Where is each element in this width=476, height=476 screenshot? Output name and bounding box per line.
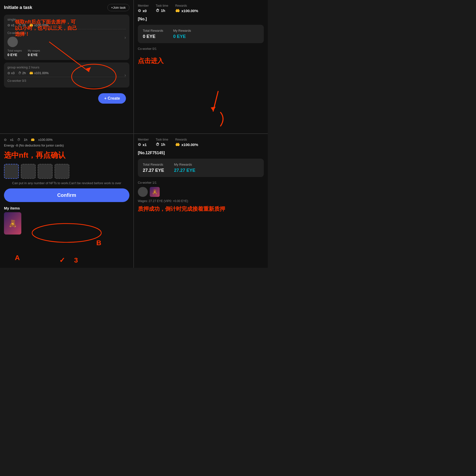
tasktime-icon: ⏱	[156, 8, 159, 13]
bl-hand-icon: 🤲	[31, 138, 35, 142]
top-left-panel: Initiate a task +Join task single ⊙ x1 ⏱…	[0, 0, 134, 134]
confirm-button[interactable]: Confirm	[4, 188, 129, 202]
tr-my-rewards-col: My Rewards 0 EYE	[173, 29, 191, 39]
br-avatar-nft: 🧸	[150, 187, 160, 197]
tr-rewards-card: Total Rewards 0 EYE My Rewards 0 EYE	[138, 25, 264, 43]
bl-clock-icon: ⏱	[17, 138, 20, 142]
card2-title: group working 2 hours	[7, 65, 126, 69]
br-success-annotation: 质押成功，倒计时完成接着重新质押	[138, 205, 264, 213]
br-tasktime-stat: Task time ⏱ 1h	[156, 138, 168, 147]
card1-divider	[7, 29, 126, 29]
card2-reward: 🤲 x101.00%	[29, 71, 49, 75]
br-member-stat: Member ⊙ x1	[138, 138, 149, 147]
br-rewards-card: Total Rewards 27.27 EYE My Rewards 27.27…	[138, 159, 264, 177]
bl-my-items-label: My items	[4, 206, 129, 210]
tr-stats-row: Member ⊙ x0 Task time ⏱ 1h Rewards	[138, 4, 264, 13]
tr-coworker: Co-worker 0/1	[138, 47, 264, 51]
tr-member-stat: Member ⊙ x0	[138, 4, 149, 13]
card1-total-wages: Total wages 0 EYE	[7, 49, 22, 57]
br-clock-icon: ⏱	[156, 142, 159, 147]
card2-chevron: ›	[124, 72, 126, 78]
create-button[interactable]: + Create	[98, 93, 126, 104]
card2-time: ⏱ 2h	[18, 71, 26, 75]
bottom-right-panel: Member ⊙ x1 Task time ⏱ 1h Rewards	[134, 134, 268, 268]
join-task-button[interactable]: +Join task	[107, 4, 129, 11]
card1-coworker: Co-worker 0/1	[7, 31, 126, 35]
bl-nft-grid	[4, 164, 129, 179]
tr-rewards-stat: Rewards 🤲 x100.00%	[175, 4, 198, 13]
tr-total-rewards-value: 0 EYE	[143, 34, 163, 39]
nft-slot-2[interactable]	[21, 164, 36, 179]
tl-header: Initiate a task +Join task	[4, 4, 129, 11]
person-icon: ⊙	[7, 23, 10, 27]
bl-person-icon: ⊙	[4, 138, 7, 142]
br-wages-text: Wages: 27.27 EYE (VIP0: +0.00 EYE)	[138, 199, 264, 203]
top-right-panel: Member ⊙ x0 Task time ⏱ 1h Rewards	[134, 0, 268, 134]
bottom-left-panel: ⊙ x1 ⏱ 1h 🤲 x100.00% Energy -8 (No deduc…	[0, 134, 134, 268]
br-member-icon: ⊙	[138, 142, 141, 147]
br-my-rewards-col: My Rewards 27.27 EYE	[174, 163, 195, 173]
card1-time: ⏱ 1h	[18, 23, 26, 27]
card2-meta: ⊙ x3 ⏱ 2h 🤲 x101.00%	[7, 71, 126, 75]
card2-divider	[7, 77, 126, 77]
card1-wages-row: Total wages 0 EYE My wages 0 EYE	[7, 49, 126, 57]
br-task-id: [No.12F75145]	[138, 151, 264, 155]
hand-icon-2: 🤲	[29, 71, 33, 75]
br-rewards-stat: Rewards 🤲 x100.00%	[175, 138, 198, 147]
card1-title: single	[7, 18, 126, 21]
nft-item-1-art: 🧸	[4, 212, 21, 235]
br-coworker-avatars: 🧸	[138, 187, 264, 197]
bl-energy-text: Energy -8 (No deductions for junior card…	[4, 144, 129, 147]
card1-my-wages: My wages 0 EYE	[28, 49, 40, 57]
bl-cant-revoke-text: Can put in any number of NFTs to work.Ca…	[4, 181, 129, 185]
clock-icon: ⏱	[18, 23, 21, 27]
br-my-rewards-value: 27.27 EYE	[174, 168, 195, 173]
br-coworker: Co-worker 1/1	[138, 181, 264, 184]
card2-coworker: Co-worker 0/3	[7, 79, 126, 83]
task-card-2[interactable]: group working 2 hours ⊙ x3 ⏱ 2h 🤲 x101.0…	[4, 62, 129, 88]
rewards-icon: 🤲	[175, 8, 180, 13]
tr-tasktime-stat: Task time ⏱ 1h	[156, 4, 168, 13]
tr-task-id: [No.]	[138, 17, 264, 21]
card2-member: ⊙ x3	[7, 71, 15, 75]
card1-chevron: ›	[124, 35, 126, 40]
nft-slot-4[interactable]	[55, 164, 69, 179]
tr-annotation-text: 点击进入	[138, 57, 264, 65]
nft-slot-1[interactable]	[4, 164, 19, 179]
tr-total-rewards-col: Total Rewards 0 EYE	[143, 29, 163, 39]
br-total-rewards-col: Total Rewards 27.27 EYE	[143, 163, 164, 173]
task-card-1[interactable]: single ⊙ x1 ⏱ 1h 🤲 x100.00%	[4, 15, 129, 60]
person-icon-2: ⊙	[7, 71, 10, 75]
br-avatar-empty	[138, 187, 148, 197]
nft-item-1[interactable]: 🧸	[4, 212, 21, 235]
br-total-rewards-value: 27.27 EYE	[143, 168, 164, 173]
card1-avatar	[7, 37, 18, 47]
member-icon: ⊙	[138, 8, 141, 13]
card1-member: ⊙ x1	[7, 23, 15, 27]
bl-annotation1: 选中nft，再点确认	[4, 150, 129, 160]
card1-meta: ⊙ x1 ⏱ 1h 🤲 x100.00%	[7, 23, 126, 27]
hand-icon: 🤲	[29, 23, 33, 27]
tr-my-rewards-value: 0 EYE	[173, 34, 191, 39]
card1-reward: 🤲 x100.00%	[29, 23, 49, 27]
bl-meta: ⊙ x1 ⏱ 1h 🤲 x100.00%	[4, 138, 129, 142]
br-stats-row: Member ⊙ x1 Task time ⏱ 1h Rewards	[138, 138, 264, 147]
clock-icon-2: ⏱	[18, 71, 21, 75]
br-rewards-icon: 🤲	[175, 142, 180, 147]
tl-title: Initiate a task	[4, 5, 32, 10]
bl-items-row: 🧸	[4, 212, 129, 235]
nft-slot-3[interactable]	[38, 164, 53, 179]
